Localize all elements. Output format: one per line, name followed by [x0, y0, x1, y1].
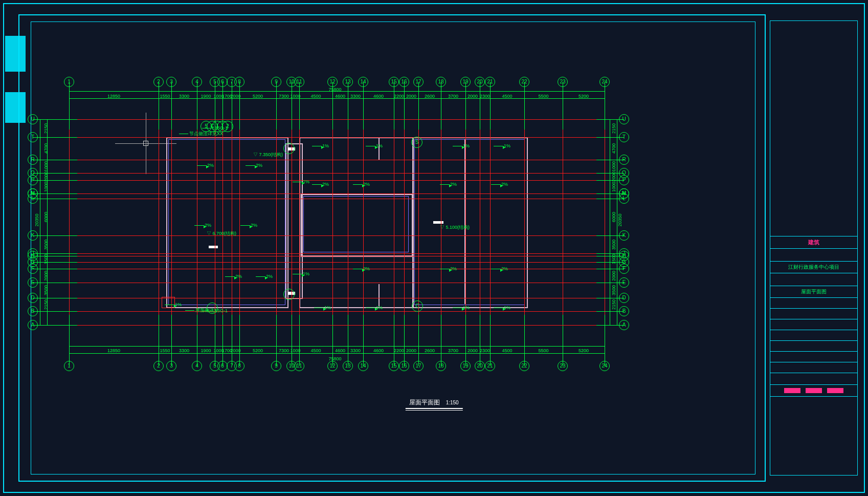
dimtick-top-21	[490, 82, 491, 130]
dimtick-bot-16	[404, 315, 405, 366]
dim-r-J: 3500	[611, 239, 616, 249]
cursor-pickbox	[143, 141, 148, 146]
dim-chain-v-0	[40, 119, 40, 325]
section-mark-7	[207, 303, 218, 314]
gridline-v-19	[465, 119, 466, 325]
grid-bubble-r-K: K	[619, 230, 629, 241]
grid-bubble-r-A: A	[619, 320, 629, 330]
dimtick-bot-4	[197, 315, 197, 366]
dimtick-bot-21	[490, 315, 491, 366]
slope-16: 1%	[494, 143, 510, 148]
grid-bubble-top-15: 15	[389, 77, 399, 87]
grid-bubble-top-2: 2	[153, 77, 164, 87]
grid-bubble-top-14: 14	[358, 77, 368, 87]
dim-chain-v-1	[47, 119, 48, 325]
drawing-title-text: 屋面平面图	[409, 399, 440, 406]
overall-width-top: 75800	[328, 87, 341, 92]
grid-bubble-bot-1: 1	[64, 361, 74, 371]
drawing-title: 屋面平面图 1:150	[405, 398, 462, 409]
grid-bubble-r-T: T	[619, 132, 629, 142]
grid-bubble-bot-17: 17	[413, 361, 424, 371]
slope-14: 1%	[366, 143, 383, 148]
gridline-v-6	[222, 119, 223, 325]
dimtick-bot-3	[171, 315, 172, 366]
slope-6: 2%	[312, 182, 329, 187]
tb-project: 江财行政服务中心项目	[770, 261, 857, 273]
grid-bubble-top-1: 1	[64, 77, 74, 87]
gridline-h-Q	[69, 173, 605, 174]
grid-bubble-top-17: 17	[413, 77, 424, 87]
dim-l-D: 3500	[43, 285, 49, 295]
dim-r-Q: 1000	[611, 161, 616, 171]
elev-2: 5.100(结构)	[440, 224, 470, 231]
dim-bot-24: 5200	[578, 348, 589, 353]
tb-stamps	[770, 384, 857, 396]
dim-r-D: 3500	[611, 285, 616, 295]
grid-bubble-top-19: 19	[460, 77, 471, 87]
dim-bot-20: 2000	[468, 348, 478, 353]
grid-bubble-l-D: D	[28, 293, 38, 303]
section-mark-8: S	[411, 137, 422, 148]
dim-l-T: 2150	[43, 123, 49, 133]
gridline-v-8	[239, 119, 240, 325]
slope-1: 2%	[246, 163, 262, 168]
grid-bubble-r-U: U	[619, 114, 629, 124]
slope-7: 2%	[353, 182, 370, 187]
gridline-v-7	[232, 119, 232, 325]
dim-bot-12: 4500	[310, 348, 321, 353]
grid-bubble-l-T: T	[28, 132, 38, 142]
dimtick-bot-22	[524, 315, 525, 366]
dimtick-bot-1	[69, 315, 70, 366]
grid-bubble-bot-18: 18	[436, 361, 446, 371]
gridline-v-24	[605, 119, 605, 325]
dim-bot-11: 1000	[290, 348, 300, 353]
gridline-v-2	[159, 119, 159, 325]
grid-bubble-l-L: L	[28, 193, 38, 204]
title-block: 建筑 江财行政服务中心项目 屋面平面图	[770, 20, 858, 476]
gridline-h-D	[69, 298, 605, 298]
grid-bubble-top-12: 12	[327, 77, 338, 87]
cad-viewport[interactable]: 建筑 江财行政服务中心项目 屋面平面图 屋面平面图 1:150	[0, 0, 868, 496]
dim-r-R: 4700	[611, 143, 616, 154]
dim-bot-13: 4600	[335, 348, 345, 353]
dimtick-top-9	[276, 82, 277, 130]
slope-17: 1%	[314, 305, 331, 310]
dim-bot-17: 2000	[406, 348, 416, 353]
grid-bubble-bot-12: 12	[327, 361, 338, 371]
grid-bubble-bot-21: 21	[485, 361, 495, 371]
dimtick-top-17	[418, 82, 419, 130]
dim-r-B: 2150	[611, 299, 616, 310]
gridline-h-B	[69, 311, 605, 312]
grid-bubble-bot-13: 13	[343, 361, 353, 371]
slope-9: 2%	[440, 182, 457, 187]
dimtick-top-24	[605, 82, 605, 130]
grid-bubble-bot-15: 15	[389, 361, 399, 371]
dim-bot-8: 2000	[230, 348, 240, 353]
dimtick-bot-7	[232, 315, 232, 366]
dim-bot-21: 2300	[480, 348, 490, 353]
grid-bubble-top-16: 16	[399, 77, 409, 87]
dimtick-top-1	[69, 82, 70, 130]
gridline-v-13	[348, 119, 348, 325]
grid-bubble-top-3: 3	[166, 77, 176, 87]
gridline-h-F	[69, 269, 605, 269]
grid-bubble-bot-19: 19	[460, 361, 471, 371]
gridline-v-1	[69, 119, 70, 325]
dimtick-bot-11	[299, 315, 300, 366]
grid-bubble-bot-8: 8	[234, 361, 244, 371]
dim-r-E: 2000	[611, 270, 616, 281]
gridline-v-12	[332, 119, 333, 325]
dim-bot-5: 1900	[201, 348, 211, 353]
grid-bubble-top-21: 21	[485, 77, 495, 87]
gridline-v-23	[563, 119, 563, 325]
slope-15: 1%	[453, 143, 470, 148]
gridline-v-16	[404, 119, 405, 325]
dim-chain-v-2	[610, 119, 610, 325]
dim-l-Q: 1000	[43, 161, 49, 171]
dimtick-bot-10	[292, 315, 292, 366]
dim-bot-14: 3300	[350, 348, 361, 353]
slope-21: 1%	[293, 179, 309, 184]
dimtick-top-2	[159, 82, 159, 130]
wall-block-east-inner	[414, 139, 525, 305]
dimtick-top-10	[292, 82, 292, 130]
